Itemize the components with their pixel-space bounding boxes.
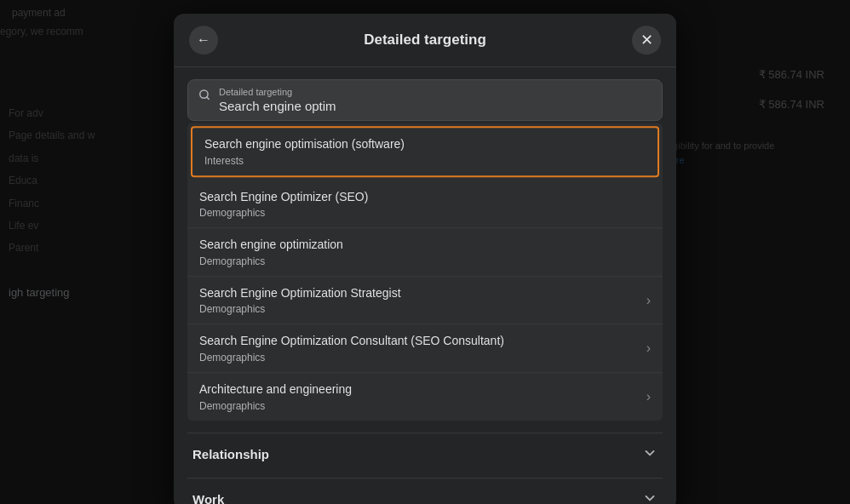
search-value: Search engine optim: [219, 99, 652, 113]
svg-line-1: [207, 97, 210, 100]
close-button[interactable]: ✕: [632, 26, 661, 54]
search-content: Detailed targeting Search engine optim: [219, 87, 652, 113]
result-item-content-5: Architecture and engineering Demographic…: [199, 381, 352, 412]
result-item-0[interactable]: Search engine optimisation (software) In…: [191, 126, 659, 177]
result-item-title-2: Search engine optimization: [199, 237, 651, 254]
search-label: Detailed targeting: [219, 87, 652, 97]
result-item-subtitle-4: Demographics: [199, 352, 504, 364]
result-item-4[interactable]: Search Engine Optimization Consultant (S…: [187, 325, 663, 374]
result-item-content-3: Search Engine Optimization Strategist De…: [199, 285, 401, 316]
accordion-relationship-label: Relationship: [192, 447, 269, 461]
results-list: Search engine optimisation (software) In…: [187, 123, 663, 421]
result-item-subtitle-5: Demographics: [199, 400, 352, 412]
result-item-5[interactable]: Architecture and engineering Demographic…: [187, 373, 663, 421]
accordion-relationship-chevron: [642, 445, 658, 464]
result-item-subtitle-3: Demographics: [199, 304, 401, 316]
search-icon: [198, 89, 210, 103]
result-item-content-4: Search Engine Optimization Consultant (S…: [199, 334, 504, 364]
result-item-chevron-3: ›: [646, 293, 651, 308]
result-item-chevron-5: ›: [646, 389, 651, 404]
result-item-title-1: Search Engine Optimizer (SEO): [199, 189, 651, 206]
result-item-title-5: Architecture and engineering: [199, 381, 352, 398]
modal-body: Detailed targeting Search engine optim S…: [174, 67, 676, 504]
search-box[interactable]: Detailed targeting Search engine optim: [187, 79, 663, 121]
back-button[interactable]: ←: [189, 26, 218, 54]
result-item-3[interactable]: Search Engine Optimization Strategist De…: [187, 277, 663, 325]
result-item-title-0: Search engine optimisation (software): [204, 136, 646, 153]
result-item-subtitle-0: Interests: [204, 155, 646, 167]
accordion-relationship-header[interactable]: Relationship: [187, 433, 663, 476]
accordion-work-label: Work: [192, 492, 224, 504]
modal-title: Detailed targeting: [218, 32, 632, 49]
result-item-title-4: Search Engine Optimization Consultant (S…: [199, 334, 504, 351]
result-item-subtitle-2: Demographics: [199, 255, 651, 267]
result-item-subtitle-1: Demographics: [199, 207, 651, 219]
result-item-title-3: Search Engine Optimization Strategist: [199, 285, 401, 302]
result-item-chevron-4: ›: [646, 341, 651, 356]
accordion-work-header[interactable]: Work: [187, 478, 663, 504]
accordion-relationship: Relationship: [187, 432, 663, 476]
modal-header: ← Detailed targeting ✕: [174, 14, 676, 67]
result-item-2[interactable]: Search engine optimization Demographics: [187, 228, 663, 277]
detailed-targeting-modal: ← Detailed targeting ✕ Detailed targetin…: [174, 14, 676, 504]
accordion-work: Work: [187, 478, 663, 504]
result-item-1[interactable]: Search Engine Optimizer (SEO) Demographi…: [187, 180, 663, 229]
accordion-work-chevron: [642, 490, 658, 504]
